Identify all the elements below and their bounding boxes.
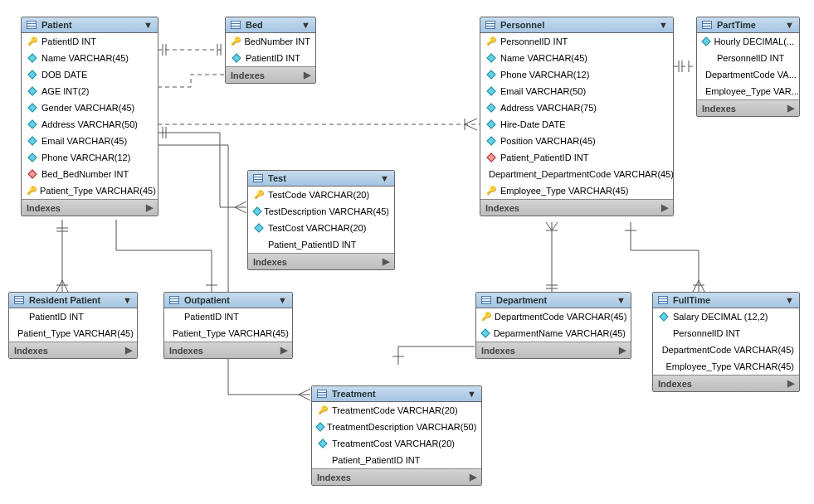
field-row[interactable]: DeparmentName VARCHAR(45): [476, 325, 631, 342]
collapse-icon[interactable]: ▼: [278, 295, 287, 305]
expand-icon: ▶: [125, 345, 132, 356]
field-row[interactable]: PatientID INT: [226, 50, 315, 66]
indexes-section[interactable]: Indexes ▶: [653, 375, 799, 391]
collapse-icon[interactable]: ▼: [785, 20, 794, 30]
entity-header[interactable]: Test ▼: [248, 171, 394, 187]
entity-header[interactable]: Department ▼: [476, 293, 631, 308]
entity-parttime[interactable]: PartTime ▼ Hourly DECIMAL(...PersonnelID…: [696, 17, 800, 117]
field-row[interactable]: 🔑Employee_Type VARCHAR(45): [480, 182, 673, 199]
field-text: Address VARCHAR(50): [41, 118, 138, 131]
field-row[interactable]: Employee_Type VAR...: [697, 83, 799, 99]
field-row[interactable]: DepartmentCode VA...: [697, 66, 799, 83]
entity-department[interactable]: Department ▼ 🔑DepartmentCode VARCHAR(45)…: [475, 292, 631, 359]
field-row[interactable]: 🔑PatientID INT: [22, 33, 158, 50]
indexes-label: Indexes: [658, 379, 787, 389]
field-row[interactable]: Phone VARCHAR(12): [22, 149, 158, 166]
field-row[interactable]: Hourly DECIMAL(...: [697, 33, 799, 50]
field-row[interactable]: Bed_BedNumber INT: [22, 166, 158, 182]
field-row[interactable]: AGE INT(2): [22, 83, 158, 99]
entity-test[interactable]: Test ▼ 🔑TestCode VARCHAR(20)TestDescript…: [247, 170, 395, 270]
entity-header[interactable]: Treatment ▼: [312, 386, 481, 402]
field-row[interactable]: Patient_PatientID INT: [312, 452, 481, 468]
indexes-section[interactable]: Indexes ▶: [9, 342, 137, 358]
entity-header[interactable]: Personnel ▼: [480, 17, 673, 33]
field-text: AGE INT(2): [41, 85, 89, 98]
field-row[interactable]: Patient_Type VARCHAR(45): [164, 325, 292, 342]
field-text: Department_DepartmentCode VARCHAR(45): [489, 167, 674, 181]
entity-outpatient[interactable]: Outpatient ▼ PatientID INTPatient_Type V…: [163, 292, 293, 359]
indexes-section[interactable]: Indexes ▶: [22, 199, 158, 216]
field-row[interactable]: PersonnelID INT: [653, 325, 799, 342]
diamond-icon: [27, 53, 37, 62]
entity-fulltime[interactable]: FullTime ▼ Salary DECIMAL (12,2)Personne…: [652, 292, 800, 392]
field-row[interactable]: Gender VARCHAR(45): [22, 99, 158, 116]
indexes-section[interactable]: Indexes ▶: [697, 99, 799, 116]
collapse-icon[interactable]: ▼: [617, 295, 626, 305]
field-row[interactable]: Department_DepartmentCode VARCHAR(45): [480, 166, 673, 182]
indexes-section[interactable]: Indexes ▶: [226, 66, 315, 83]
field-row[interactable]: Patient_PatientID INT: [248, 236, 394, 253]
indexes-section[interactable]: Indexes ▶: [480, 199, 673, 216]
entity-patient[interactable]: Patient ▼ 🔑PatientID INTName VARCHAR(45)…: [21, 17, 158, 216]
entity-bed[interactable]: Bed ▼ 🔑BedNumber INTPatientID INT Indexe…: [225, 17, 316, 84]
field-text: Phone VARCHAR(12): [500, 68, 589, 81]
collapse-icon[interactable]: ▼: [659, 20, 668, 30]
collapse-icon[interactable]: ▼: [144, 20, 153, 30]
entity-personnel[interactable]: Personnel ▼ 🔑PersonnelID INTName VARCHAR…: [480, 17, 674, 216]
field-row[interactable]: DOB DATE: [22, 66, 158, 83]
field-text: Phone VARCHAR(12): [41, 151, 130, 164]
field-row[interactable]: 🔑Patient_Type VARCHAR(45): [22, 182, 158, 199]
entity-header[interactable]: Resident Patient ▼: [9, 293, 137, 308]
collapse-icon[interactable]: ▼: [380, 173, 389, 183]
collapse-icon[interactable]: ▼: [123, 295, 132, 305]
entity-header[interactable]: Patient ▼: [22, 17, 158, 33]
field-row[interactable]: 🔑PersonnelID INT: [480, 33, 673, 50]
entity-header[interactable]: Bed ▼: [226, 17, 315, 33]
field-row[interactable]: 🔑TreatmentCode VARCHAR(20): [312, 402, 481, 419]
field-row[interactable]: Name VARCHAR(45): [22, 50, 158, 66]
field-row[interactable]: PatientID INT: [164, 308, 292, 325]
collapse-icon[interactable]: ▼: [467, 389, 476, 399]
field-row[interactable]: TreatmentCost VARCHAR(20): [312, 435, 481, 452]
entity-header[interactable]: PartTime ▼: [697, 17, 799, 33]
entity-header[interactable]: FullTime ▼: [653, 293, 799, 308]
collapse-icon[interactable]: ▼: [785, 295, 794, 305]
field-row[interactable]: Email VARCHAR(50): [480, 83, 673, 99]
indexes-label: Indexes: [481, 346, 619, 356]
field-row[interactable]: Phone VARCHAR(12): [480, 66, 673, 83]
field-row[interactable]: Hire-Date DATE: [480, 116, 673, 133]
table-icon: [231, 21, 241, 29]
entity-header[interactable]: Outpatient ▼: [164, 293, 292, 308]
field-row[interactable]: TestDescription VARCHAR(45): [248, 203, 394, 220]
key-icon: 🔑: [231, 35, 241, 48]
field-row[interactable]: Salary DECIMAL (12,2): [653, 308, 799, 325]
field-row[interactable]: DepartmentCode VARCHAR(45): [653, 342, 799, 358]
field-text: Hire-Date DATE: [500, 118, 566, 131]
field-row[interactable]: PatientID INT: [9, 308, 137, 325]
indexes-section[interactable]: Indexes ▶: [312, 468, 481, 485]
field-row[interactable]: Address VARCHAR(50): [22, 116, 158, 133]
field-row[interactable]: Address VARCHAR(75): [480, 99, 673, 116]
field-row[interactable]: Name VARCHAR(45): [480, 50, 673, 66]
field-row[interactable]: 🔑TestCode VARCHAR(20): [248, 187, 394, 203]
entity-resident-patient[interactable]: Resident Patient ▼ PatientID INTPatient_…: [8, 292, 138, 359]
field-row[interactable]: TreatmentDescription VARCHAR(50): [312, 419, 481, 435]
indexes-section[interactable]: Indexes ▶: [476, 342, 631, 358]
diamond-icon: [315, 422, 324, 431]
entity-treatment[interactable]: Treatment ▼ 🔑TreatmentCode VARCHAR(20)Tr…: [311, 385, 482, 486]
indexes-label: Indexes: [231, 70, 304, 80]
field-row[interactable]: Patient_Type VARCHAR(45): [9, 325, 137, 342]
collapse-icon[interactable]: ▼: [301, 20, 310, 30]
field-text: DepartmentCode VARCHAR(45): [495, 310, 626, 323]
field-row[interactable]: Employee_Type VARCHAR(45): [653, 358, 799, 375]
field-row[interactable]: 🔑BedNumber INT: [226, 33, 315, 50]
field-row[interactable]: 🔑DepartmentCode VARCHAR(45): [476, 308, 631, 325]
field-row[interactable]: Position VARCHAR(45): [480, 133, 673, 149]
indexes-section[interactable]: Indexes ▶: [248, 253, 394, 269]
field-row[interactable]: TestCost VARCHAR(20): [248, 220, 394, 236]
field-row[interactable]: Patient_PatientID INT: [480, 149, 673, 166]
table-icon: [169, 296, 179, 304]
field-row[interactable]: Email VARCHAR(45): [22, 133, 158, 149]
indexes-section[interactable]: Indexes ▶: [164, 342, 292, 358]
field-row[interactable]: PersonnelID INT: [697, 50, 799, 66]
